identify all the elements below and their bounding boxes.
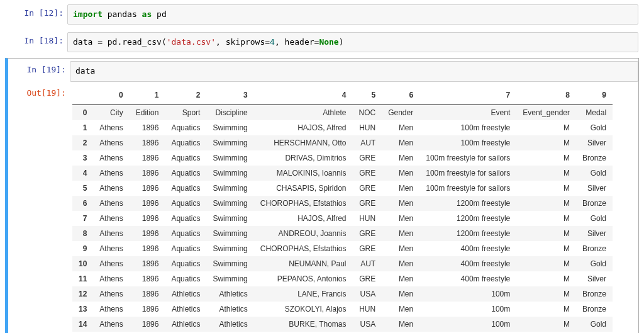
cell: HUN: [353, 211, 382, 226]
cell: Men: [382, 120, 419, 135]
cell: M: [516, 317, 576, 332]
table-row: 1Athens1896AquaticsSwimmingHAJOS, Alfred…: [72, 120, 613, 135]
code-input[interactable]: import pandas as pd: [67, 4, 638, 25]
cell: 1896: [130, 196, 165, 211]
cell: 100m freestyle for sailors: [419, 166, 516, 181]
cell: Athens: [93, 211, 129, 226]
table-row: 9Athens1896AquaticsSwimmingCHOROPHAS, Ef…: [72, 241, 613, 256]
code-cell[interactable]: In [18]: data = pd.read_csv('data.csv', …: [5, 30, 639, 54]
table-row: 14Athens1896AthleticsAthleticsBURKE, Tho…: [72, 317, 613, 332]
cell: M: [516, 150, 576, 166]
cell: Sport: [165, 104, 206, 120]
cell: CHASAPIS, Spiridon: [254, 181, 353, 196]
input-prompt: In [18]:: [6, 32, 67, 45]
code-input[interactable]: data = pd.read_csv('data.csv', skiprows=…: [67, 32, 638, 52]
cell: Athlete: [254, 104, 353, 120]
table-row: 10Athens1896AquaticsSwimmingNEUMANN, Pau…: [72, 256, 613, 271]
cell: Men: [382, 241, 419, 256]
dataframe-body: 0CityEditionSportDisciplineAthleteNOCGen…: [72, 104, 613, 332]
cell: CHOROPHAS, Efstathios: [254, 241, 353, 256]
cell: USA: [353, 286, 382, 302]
cell: M: [516, 302, 576, 317]
cell: GRE: [353, 226, 382, 241]
cell: 100m: [419, 317, 516, 332]
index-corner: [72, 87, 93, 105]
cell: Swimming: [206, 211, 253, 226]
table-row: 0CityEditionSportDisciplineAthleteNOCGen…: [72, 104, 613, 120]
column-header: 8: [516, 87, 576, 105]
cell: Swimming: [206, 241, 253, 256]
cell: 400m freestyle: [419, 256, 516, 271]
cell: PEPANOS, Antonios: [254, 271, 353, 286]
cell: Athens: [93, 120, 129, 135]
cell: Silver: [576, 135, 613, 150]
row-index: 13: [72, 302, 93, 317]
cell: Bronze: [576, 241, 613, 256]
row-index: 12: [72, 286, 93, 302]
cell: 1896: [130, 241, 165, 256]
cell: Aquatics: [165, 256, 206, 271]
column-header: 0: [93, 87, 129, 105]
cell: 400m freestyle: [419, 241, 516, 256]
cell: Event_gender: [516, 104, 576, 120]
cell: Athens: [93, 256, 129, 271]
cell: Swimming: [206, 226, 253, 241]
cell: Gold: [576, 256, 613, 271]
cell: Aquatics: [165, 211, 206, 226]
cell: AUT: [353, 135, 382, 150]
cell: 1200m freestyle: [419, 211, 516, 226]
row-index: 4: [72, 166, 93, 181]
column-header: 2: [165, 87, 206, 105]
cell: Swimming: [206, 271, 253, 286]
cell: NOC: [353, 104, 382, 120]
cell: Men: [382, 256, 419, 271]
cell: Athens: [93, 302, 129, 317]
column-header: 7: [419, 87, 516, 105]
cell: DRIVAS, Dimitrios: [254, 150, 353, 166]
cell: Men: [382, 135, 419, 150]
row-index: 14: [72, 317, 93, 332]
cell: 1200m freestyle: [419, 226, 516, 241]
column-header: 5: [353, 87, 382, 105]
row-index: 5: [72, 181, 93, 196]
cell: Athens: [93, 166, 129, 181]
dataframe-head: 0123456789: [72, 87, 613, 105]
dataframe-table: 0123456789 0CityEditionSportDisciplineAt…: [72, 87, 613, 332]
cell: 1896: [130, 211, 165, 226]
cell: 100m: [419, 286, 516, 302]
column-header: 1: [130, 87, 165, 105]
cell: USA: [353, 317, 382, 332]
cell: Swimming: [206, 166, 253, 181]
cell: GRE: [353, 271, 382, 286]
cell: Men: [382, 302, 419, 317]
row-index: 8: [72, 226, 93, 241]
row-index: 3: [72, 150, 93, 166]
cell: Men: [382, 181, 419, 196]
cell: Aquatics: [165, 120, 206, 135]
table-row: 7Athens1896AquaticsSwimmingHAJOS, Alfred…: [72, 211, 613, 226]
cell: M: [516, 166, 576, 181]
cell: Aquatics: [165, 241, 206, 256]
table-row: 11Athens1896AquaticsSwimmingPEPANOS, Ant…: [72, 271, 613, 286]
cell: M: [516, 181, 576, 196]
cell: Athens: [93, 317, 129, 332]
input-prompt: In [19]:: [8, 61, 70, 74]
table-row: 6Athens1896AquaticsSwimmingCHOROPHAS, Ef…: [72, 196, 613, 211]
cell: 1896: [130, 317, 165, 332]
cell: M: [516, 271, 576, 286]
code-input[interactable]: data: [70, 61, 638, 81]
cell: Swimming: [206, 135, 253, 150]
row-index: 10: [72, 256, 93, 271]
column-header: 6: [382, 87, 419, 105]
cell: GRE: [353, 166, 382, 181]
code-cell[interactable]: In [12]: import pandas as pd: [5, 3, 639, 26]
cell: Athens: [93, 226, 129, 241]
cell: Athens: [93, 286, 129, 302]
row-index: 9: [72, 241, 93, 256]
cell: Athens: [93, 181, 129, 196]
cell: Swimming: [206, 120, 253, 135]
cell: HAJOS, Alfred: [254, 120, 353, 135]
row-index: 7: [72, 211, 93, 226]
code-cell-selected[interactable]: In [19]: data Out[19]: 0123456789 0CityE…: [5, 58, 639, 333]
cell: M: [516, 211, 576, 226]
